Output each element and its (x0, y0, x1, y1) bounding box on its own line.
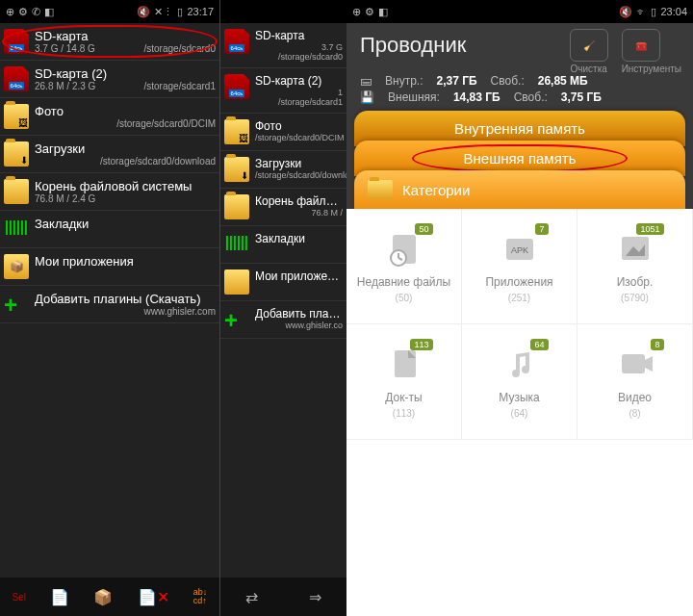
swap-button[interactable]: ⇄ (245, 588, 258, 606)
my-apps-row[interactable]: 📦 Мои приложения (0, 248, 219, 286)
phone-left-panel: ⊕ ⚙ ✆ ◧ 🔇 ✕⋮ ▯ 23:17 64сь SD-карта 3.7 G… (0, 0, 219, 616)
bookmark-icon: ⅢⅢ (224, 232, 249, 257)
storage-info: 🖴 Внутр.: 2,37 ГБ Своб.: 26,85 МБ 💾 Внеш… (346, 67, 693, 116)
list-item[interactable]: 64сь SD-карта 3.7 G/storage/sdcard0 (220, 23, 346, 68)
brush-icon: 🧹 (583, 40, 595, 51)
tools-button[interactable]: 🧰 Инструменты (622, 29, 681, 74)
downloads-row[interactable]: ⬇ Загрузки /storage/sdcard0/download (0, 136, 219, 173)
toolbar-mid: ⇄ ⇒ (220, 578, 346, 616)
image-icon: 1051 (616, 229, 654, 271)
folder-icon (368, 180, 393, 199)
list-item[interactable]: ⬇ Загрузки /storage/sdcard0/download (220, 151, 346, 189)
clean-button[interactable]: 🧹 Очистка (570, 29, 608, 74)
sd-card-icon: 64сь (224, 74, 249, 99)
explorer-header: Проводник 🧹 Очистка 🧰 Инструменты (346, 23, 693, 67)
battery-icon: ▯ (177, 6, 183, 18)
category-grid: 50 Недавние файлы (50) APK7 Приложения (… (346, 209, 693, 616)
forward-button[interactable]: ⇒ (309, 588, 321, 606)
apk-icon: APK7 (500, 229, 539, 271)
statusbar-mid (220, 0, 346, 23)
battery-icon: ▯ (651, 6, 656, 18)
folder-icon: ⬇ (224, 157, 249, 182)
sd-card-row[interactable]: 64сь SD-карта 3.7 G / 14.8 G/storage/sdc… (0, 23, 219, 61)
svg-rect-8 (395, 350, 416, 377)
clock: 23:04 (660, 6, 687, 17)
folder-icon (224, 194, 249, 219)
cell-images[interactable]: 1051 Изобр. (5790) (578, 209, 693, 324)
tab-categories[interactable]: Категории (354, 170, 685, 209)
viber-icon: ✆ (32, 6, 40, 18)
sd-card-2-row[interactable]: 64сь SD-карта (2) 26.8 M / 2.3 G/storage… (0, 61, 219, 98)
plus-icon: + (4, 292, 29, 317)
list-item[interactable]: 64сь SD-карта (2) 1/storage/sdcard1 (220, 68, 346, 114)
svg-marker-11 (645, 356, 653, 372)
cell-recent[interactable]: 50 Недавние файлы (50) (346, 209, 462, 324)
app-icon: ◧ (44, 6, 54, 18)
storage-tabs: Внутренняя память Внешняя память Категор… (346, 116, 693, 209)
apps-icon (224, 270, 249, 295)
statusbar-left: ⊕ ⚙ ✆ ◧ 🔇 ✕⋮ ▯ 23:17 (0, 0, 219, 23)
phone-right-panel: ⊕ ⚙ ◧ 🔇 ᯤ ▯ 23:04 Проводник 🧹 Очистка 🧰 … (346, 0, 693, 616)
video-icon: 8 (616, 345, 654, 387)
wifi-icon: ᯤ (636, 6, 647, 17)
svg-rect-10 (622, 354, 645, 373)
svg-text:APK: APK (510, 245, 527, 255)
list-item[interactable]: ⅢⅢ Закладки (220, 226, 346, 264)
list-item[interactable]: Мои приложения (220, 264, 346, 301)
mute-icon: 🔇 (137, 6, 150, 18)
folder-icon: ⬇ (4, 141, 29, 167)
copy-button[interactable]: 📄 (50, 588, 69, 606)
plus-icon: + (224, 307, 249, 332)
add-plugins-row[interactable]: + Добавить плагины (Скачать) www.ghisler… (0, 286, 219, 323)
list-item[interactable]: Корень файловой системы 76.8 M / (220, 189, 346, 226)
recent-icon: 50 (385, 229, 424, 271)
toolbox-icon: 🧰 (635, 40, 647, 51)
toolbar-left: Sel 📄 📦 📄✕ ab↓cd↑ (0, 578, 219, 616)
sd-card-icon: 64сь (4, 66, 29, 91)
add-icon: ⊕ (6, 6, 14, 18)
sort-button[interactable]: ab↓cd↑ (193, 588, 208, 605)
folder-icon: 🖼 (224, 119, 249, 144)
bookmarks-row[interactable]: ⅢⅢ Закладки (0, 211, 219, 248)
music-icon: 64 (500, 345, 539, 387)
gear-icon: ⚙ (18, 6, 28, 18)
doc-icon: 113 (385, 345, 424, 387)
sd-card-icon: 64сь (4, 29, 29, 54)
app-icon: ◧ (378, 6, 388, 18)
root-row[interactable]: Корень файловой системы 76.8 M / 2.4 G (0, 173, 219, 211)
bookmark-icon: ⅢⅢ (4, 217, 29, 242)
list-item[interactable]: 🖼 Фото /storage/sdcard0/DCIM (220, 114, 346, 151)
cell-docs[interactable]: 113 Док-ты (113) (346, 324, 462, 440)
select-button[interactable]: Sel (13, 592, 26, 603)
phone-middle-panel: 64сь SD-карта 3.7 G/storage/sdcard0 64сь… (219, 0, 346, 616)
file-list-mid: 64сь SD-карта 3.7 G/storage/sdcard0 64сь… (220, 23, 346, 578)
sd-card-icon: 64сь (224, 29, 249, 54)
storage-icon: 🖴 (360, 74, 372, 88)
cell-music[interactable]: 64 Музыка (64) (462, 324, 578, 440)
list-item[interactable]: + Добавить плагины (Скачать) www.ghisler… (220, 301, 346, 339)
add-icon: ⊕ (352, 6, 361, 18)
mute-icon: 🔇 (619, 6, 632, 18)
statusbar-right: ⊕ ⚙ ◧ 🔇 ᯤ ▯ 23:04 (346, 0, 693, 23)
sd-icon: 💾 (360, 90, 374, 104)
archive-button[interactable]: 📦 (93, 588, 113, 606)
cell-apps[interactable]: APK7 Приложения (251) (462, 209, 578, 324)
folder-icon (4, 179, 29, 204)
apps-icon: 📦 (4, 254, 29, 279)
photos-row[interactable]: 🖼 Фото /storage/sdcard0/DCIM (0, 98, 219, 136)
folder-icon: 🖼 (4, 104, 29, 129)
wifi-icon: ✕⋮ (154, 6, 173, 18)
cell-video[interactable]: 8 Видео (8) (578, 324, 693, 440)
clock: 23:17 (187, 6, 214, 17)
delete-button[interactable]: 📄✕ (138, 588, 169, 606)
gear-icon: ⚙ (365, 6, 374, 18)
file-list-left: 64сь SD-карта 3.7 G / 14.8 G/storage/sdc… (0, 23, 219, 578)
